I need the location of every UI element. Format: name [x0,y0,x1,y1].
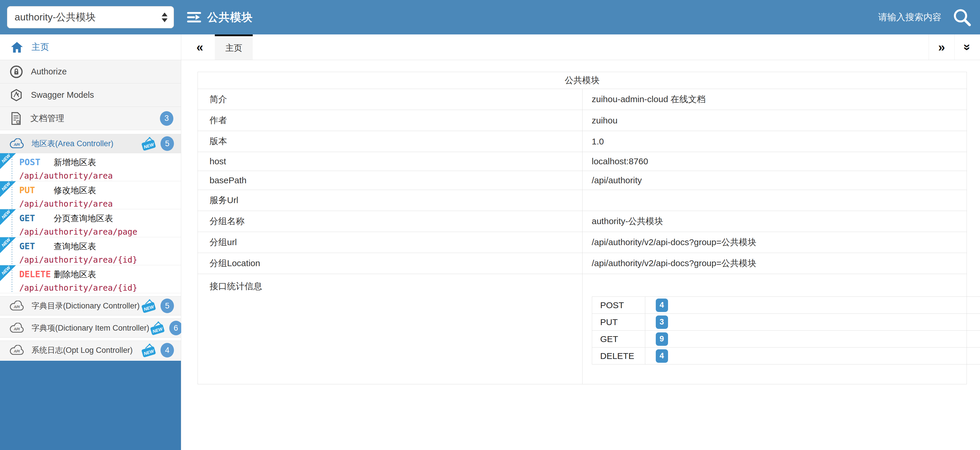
sidebar-controller-area[interactable]: API 地区表(Area Controller) NEW 5 [0,134,181,153]
new-ribbon-icon: NEW [0,237,16,253]
endpoint-get-area-id[interactable]: NEW GET 查询地区表 /api/authority/area/{id} [0,237,181,265]
controller-label: 系统日志(Opt Log Controller) [32,345,133,355]
page-title: 公共模块 [207,10,253,25]
tab-menu-chevron-down-icon[interactable]: » [954,35,980,60]
row-value [582,190,967,211]
row-value: 1.0 [582,131,967,152]
method-label: GET [19,213,54,223]
method-label: PUT [19,185,54,195]
models-hexagon-icon [10,89,23,102]
api-cloud-icon: API [10,345,24,356]
group-select[interactable]: authority-公共模块 [7,6,174,28]
menu-align-icon [187,11,201,23]
endpoint-path: /api/authority/area [19,199,181,209]
sidebar-item-authorize[interactable]: Authorize [0,60,181,83]
group-select-value: authority-公共模块 [14,11,162,24]
row-value: authority-公共模块 [582,211,967,232]
endpoint-delete-area[interactable]: NEW DELETE 删除地区表 /api/authority/area/{id… [0,265,181,293]
endpoint-title: 新增地区表 [54,157,96,169]
new-ribbon-icon: NEW [0,265,16,281]
row-label: 分组名称 [198,211,582,232]
sidebar: 主页 Authorize Swagger Models [0,35,181,450]
tab-home[interactable]: 主页 [215,35,253,60]
doc-content: 公共模块 简介 zuihou-admin-cloud 在线文档 作者 zuiho… [181,60,980,450]
sidebar-item-swagger-models[interactable]: Swagger Models [0,83,181,107]
row-value: /api/authority/v2/api-docs?group=公共模块 [582,253,967,274]
stat-method: GET [592,331,645,348]
endpoint-title: 分页查询地区表 [54,213,113,224]
module-info-table: 公共模块 简介 zuihou-admin-cloud 在线文档 作者 zuiho… [197,72,967,384]
row-label: 简介 [198,89,582,110]
stat-method: PUT [592,314,645,331]
method-label: POST [19,157,54,167]
sidebar-controller-dictionary-item[interactable]: API 字典项(Dictionary Item Controller) NEW … [0,318,181,338]
sidebar-item-home[interactable]: 主页 [0,35,181,60]
endpoint-post-area[interactable]: NEW POST 新增地区表 /api/authority/area [0,153,181,181]
stat-method: DELETE [592,348,645,364]
sidebar-filler [0,361,181,450]
search-icon[interactable] [952,7,972,27]
endpoint-path: /api/authority/area/{id} [19,255,181,265]
new-sign-icon: NEW [141,343,156,357]
stat-count-badge: 4 [656,299,668,312]
home-icon [11,41,23,53]
row-label: host [198,152,582,171]
endpoint-get-area-page[interactable]: NEW GET 分页查询地区表 /api/authority/area/page [0,209,181,237]
count-badge: 6 [169,321,183,335]
svg-text:⚙: ⚙ [16,119,21,125]
row-label: basePath [198,171,582,190]
row-label: 作者 [198,110,582,131]
endpoint-path: /api/authority/area [19,171,181,181]
api-cloud-icon: API [10,323,24,334]
new-sign-icon: NEW [150,321,165,335]
tab-scroll-right-icon[interactable]: » [929,35,954,60]
row-label: 接口统计信息 [198,274,582,384]
new-ribbon-icon: NEW [0,153,16,169]
sidebar-controller-dictionary[interactable]: API 字典目录(Dictionary Controller) NEW 5 [0,296,181,315]
document-gear-icon: ⚙ [10,112,22,125]
method-label: DELETE [19,269,54,279]
controller-label: 字典项(Dictionary Item Controller) [32,323,150,333]
tab-label: 主页 [225,42,242,54]
endpoint-title: 查询地区表 [54,241,96,253]
header-brand: 公共模块 [187,10,253,25]
tab-scroll-left-icon[interactable]: « [196,40,203,54]
svg-text:API: API [13,305,20,309]
stat-count-badge: 3 [656,315,668,329]
svg-text:API: API [13,142,20,146]
endpoint-title: 删除地区表 [54,269,96,280]
row-label: 版本 [198,131,582,152]
row-value: zuihou-admin-cloud 在线文档 [582,89,967,110]
select-arrows-icon [162,13,167,22]
api-cloud-icon: API [10,301,24,312]
endpoint-path: /api/authority/area/{id} [19,283,181,293]
sidebar-item-label: 主页 [32,41,49,53]
tab-bar: « 主页 » » [181,35,980,60]
svg-text:API: API [13,327,20,331]
sidebar-controller-opt-log[interactable]: API 系统日志(Opt Log Controller) NEW 4 [0,340,181,360]
new-ribbon-icon: NEW [0,209,16,225]
method-label: GET [19,241,54,251]
stat-count-badge: 4 [656,349,668,363]
svg-text:API: API [13,349,20,353]
endpoint-title: 修改地区表 [54,185,96,196]
stat-count-badge: 9 [656,332,668,346]
sidebar-item-doc-manage[interactable]: ⚙ 文档管理 3 [0,107,181,130]
endpoint-path: /api/authority/area/page [19,227,181,237]
endpoint-put-area[interactable]: NEW PUT 修改地区表 /api/authority/area [0,181,181,209]
stat-method: POST [592,297,645,314]
sidebar-item-label: Swagger Models [31,90,94,100]
count-badge: 3 [160,111,173,126]
row-value: zuihou [582,110,967,131]
controller-label: 字典目录(Dictionary Controller) [32,301,140,311]
new-sign-icon: NEW [141,299,156,313]
api-cloud-icon: API [10,138,24,149]
sidebar-item-label: Authorize [31,67,67,76]
row-label: 分组Location [198,253,582,274]
api-stats-table: POST 4 PUT 3 GET 9 [592,296,980,364]
sidebar-item-label: 文档管理 [30,113,64,124]
controller-label: 地区表(Area Controller) [32,138,113,149]
search-input[interactable] [846,12,942,23]
count-badge: 5 [161,299,174,313]
row-value: /api/authority/v2/api-docs?group=公共模块 [582,232,967,253]
